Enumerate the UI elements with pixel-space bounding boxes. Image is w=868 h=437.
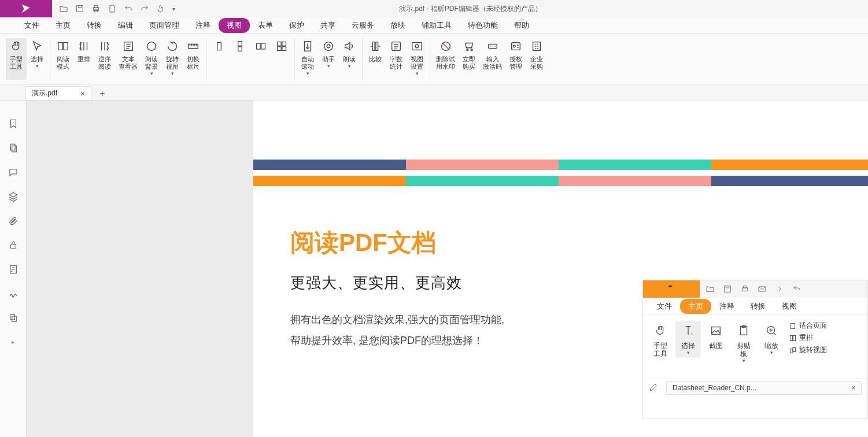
menu-page-mgmt[interactable]: 页面管理 — [141, 18, 187, 33]
save-icon[interactable] — [75, 4, 84, 13]
security-icon[interactable] — [8, 239, 19, 251]
app-logo — [0, 0, 52, 17]
attachment-icon[interactable] — [8, 215, 19, 227]
assistant-button[interactable]: 助手▾ — [318, 38, 339, 80]
signature-icon[interactable] — [8, 288, 19, 299]
svg-rect-12 — [278, 42, 282, 46]
page-icon[interactable] — [108, 4, 117, 13]
document-tab[interactable]: 演示.pdf × — [25, 86, 91, 100]
menu-file[interactable]: 文件 — [16, 18, 47, 33]
menu-features[interactable]: 特色功能 — [460, 18, 506, 33]
buy-now-button[interactable]: 立即 购买 — [459, 38, 479, 80]
menu-accessibility[interactable]: 辅助工具 — [413, 18, 460, 33]
ruler-button[interactable]: 切换 标尺 — [183, 38, 204, 80]
read-aloud-button[interactable]: 朗读▾ — [339, 38, 360, 80]
text-viewer-button[interactable]: 文本 查看器 — [115, 38, 141, 80]
layout-facing-cont-button[interactable] — [271, 38, 292, 80]
menu-share[interactable]: 共享 — [312, 18, 343, 33]
touch-icon[interactable] — [156, 4, 165, 13]
close-tab-icon[interactable]: × — [80, 89, 85, 98]
chevron-down-icon: ▾ — [327, 63, 330, 69]
chevron-down-icon: ▾ — [348, 63, 351, 69]
svg-rect-15 — [282, 47, 286, 51]
svg-rect-1 — [93, 8, 98, 10]
mini-reflow: 重排 — [789, 333, 827, 343]
svg-rect-20 — [412, 43, 422, 50]
menu-edit[interactable]: 编辑 — [110, 18, 141, 33]
add-tab-button[interactable]: + — [99, 88, 105, 100]
pages-icon[interactable] — [8, 142, 19, 154]
svg-rect-46 — [790, 335, 792, 340]
print-icon[interactable] — [91, 4, 101, 13]
cursor-icon — [681, 323, 696, 338]
layout2-icon — [233, 39, 247, 53]
read-mode-button[interactable]: 阅读 模式 — [53, 38, 73, 80]
mini-next-icon — [775, 284, 784, 294]
decorative-bars — [253, 160, 868, 186]
textview-icon — [121, 39, 135, 53]
hand-tool-button[interactable]: 手型 工具 — [6, 38, 27, 80]
activation-code-button[interactable]: 输入 激活码 — [479, 38, 505, 80]
svg-point-21 — [415, 45, 419, 48]
hand-icon — [9, 39, 23, 53]
undo-icon[interactable] — [124, 4, 133, 13]
zoom-icon — [764, 323, 779, 338]
svg-rect-0 — [77, 6, 83, 12]
enterprise-button[interactable]: 企业 采购 — [526, 38, 547, 80]
workspace: ▸ 阅读PDF文档 更强大、更实用、更高效 拥有出色的文档渲染效果,强大的页面管… — [0, 101, 868, 437]
layout3-icon — [254, 39, 268, 53]
layout4-icon — [275, 39, 289, 53]
svg-rect-34 — [12, 316, 16, 321]
speak-icon — [342, 39, 356, 53]
menu-present[interactable]: 放映 — [382, 18, 413, 33]
remove-watermark-button[interactable]: 删除试 用水印 — [433, 38, 459, 80]
layout-facing-button[interactable] — [250, 38, 271, 80]
menu-annotate[interactable]: 注释 — [187, 18, 219, 33]
svg-point-27 — [513, 45, 515, 47]
reverse-read-button[interactable]: 逆序 阅读 — [94, 38, 115, 80]
svg-rect-14 — [278, 47, 282, 51]
form-icon[interactable] — [8, 264, 19, 275]
menu-form[interactable]: 表单 — [250, 18, 281, 33]
mini-zoom-button: 缩放▾ — [759, 321, 784, 358]
qat-dropdown-icon[interactable]: ▾ — [172, 4, 182, 13]
menu-help[interactable]: 帮助 — [506, 18, 537, 33]
bookmark-icon[interactable] — [8, 118, 19, 129]
mini-logo — [643, 280, 700, 298]
svg-rect-33 — [10, 314, 14, 320]
redo-icon[interactable] — [140, 4, 149, 13]
svg-rect-30 — [12, 146, 16, 152]
chevron-down-icon: ▾ — [150, 71, 153, 76]
chevron-down-icon: ▾ — [171, 71, 174, 76]
read-bg-button[interactable]: 阅读 背景▾ — [141, 38, 162, 80]
svg-rect-38 — [742, 288, 747, 291]
comment-icon[interactable] — [8, 166, 19, 178]
rotate-view-button[interactable]: 旋转 视图▾ — [162, 38, 183, 80]
autoscroll-button[interactable]: 自动 滚动▾ — [297, 38, 318, 80]
compare-button[interactable]: 比较 — [365, 38, 386, 80]
mini-menu-home: 主页 — [680, 299, 711, 314]
layout-single-button[interactable] — [209, 38, 230, 80]
layout-continuous-button[interactable] — [230, 38, 250, 80]
wordcount-button[interactable]: 字数 统计 — [386, 38, 407, 80]
reflow-button[interactable]: 重排 — [73, 38, 94, 80]
chevron-down-icon: ▾ — [416, 71, 419, 76]
wordcount-icon — [389, 39, 403, 53]
mini-fit-page: 适合页面 — [789, 321, 827, 331]
document-viewport[interactable]: 阅读PDF文档 更强大、更实用、更高效 拥有出色的文档渲染效果,强大的页面管理功… — [253, 101, 868, 437]
layers-icon[interactable] — [8, 191, 19, 202]
menu-home[interactable]: 主页 — [47, 18, 79, 33]
open-icon[interactable] — [59, 4, 68, 13]
menu-protect[interactable]: 保护 — [281, 18, 312, 33]
mini-snapshot-button: 截图 — [703, 321, 729, 352]
menu-view[interactable]: 视图 — [219, 18, 250, 33]
expand-panel-icon[interactable]: ▸ — [12, 339, 14, 345]
chevron-down-icon: ▾ — [36, 63, 39, 69]
select-button[interactable]: 选择 ▾ — [27, 38, 47, 80]
clipboard-icon[interactable] — [8, 312, 19, 324]
license-mgmt-button[interactable]: 授权 管理 — [505, 38, 526, 80]
menu-cloud[interactable]: 云服务 — [343, 18, 382, 33]
menu-convert[interactable]: 转换 — [79, 18, 110, 33]
cart-icon — [462, 39, 476, 53]
view-settings-button[interactable]: 视图 设置▾ — [407, 38, 427, 80]
